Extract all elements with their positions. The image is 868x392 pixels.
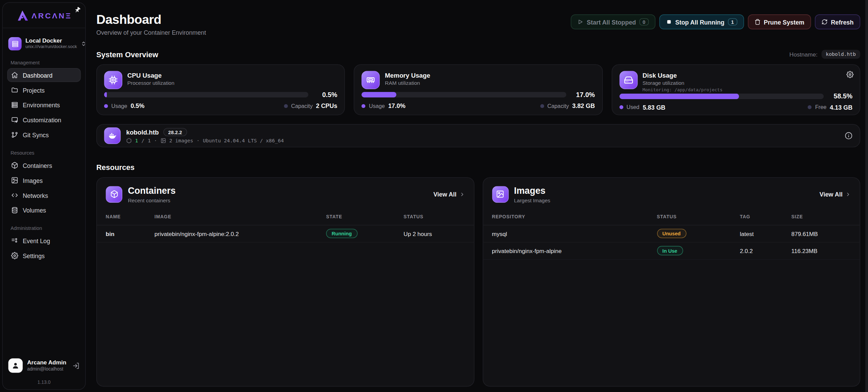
sidebar-item-label: Settings [23,252,45,259]
folder-icon [11,87,18,94]
sidebar-item-images[interactable]: Images [7,173,81,187]
containers-view-all-link[interactable]: View All [433,191,465,198]
sidebar-item-git-syncs[interactable]: Git Syncs [7,128,81,142]
sidebar-item-label: Event Log [23,237,50,244]
image-row[interactable]: mysql Unused latest 879.61MB [483,225,860,242]
cpu-usage-card: CPU Usage Processor utilization 0.5% Usa… [96,64,345,115]
image-tag: latest [740,230,791,237]
host-meta: 1 / 1 · 2 images · Ubuntu 24.04.4 LTS / … [126,138,284,143]
sidebar: ΛRCΛNΞ Local Docker unix:///var/run/dock… [2,2,86,390]
sidebar-item-projects[interactable]: Projects [7,83,81,97]
images-card: Images Largest Images View All Repositor… [482,177,860,387]
page-header: Dashboard Overview of your Container Env… [96,12,860,36]
host-name: kobold.htb [126,129,159,136]
image-size: 879.61MB [791,230,851,237]
stat-title: Memory Usage [385,72,430,80]
usage-dot [104,104,108,108]
memory-progress-bar [361,92,566,97]
image-row[interactable]: privatebin/nginx-fpm-alpine In Use 2.0.2… [483,242,860,260]
images-card-icon [492,186,509,203]
image-repository: mysql [492,230,657,237]
chevrons-up-down-icon [81,41,86,46]
memory-percent: 17.0% [572,91,595,99]
stop-icon [666,19,672,25]
sidebar-item-label: Dashboard [23,72,53,79]
image-tag: 2.0.2 [740,248,791,254]
info-icon[interactable] [845,132,853,140]
disk-usage-card: Disk Usage Storage utilization Monitorin… [611,64,860,115]
chevron-right-icon [845,192,851,197]
sidebar-item-event-log[interactable]: Event Log [7,234,81,248]
container-count-icon [126,138,132,143]
containers-card-subtitle: Recent containers [128,197,176,203]
usage-dot [361,104,365,108]
app-viewport: ΛRCΛNΞ Local Docker unix:///var/run/dock… [0,0,868,392]
avatar [8,358,22,373]
cpu-icon [104,71,123,89]
stat-title: Disk Usage [643,72,723,80]
images-view-all-link[interactable]: View All [820,191,851,198]
refresh-icon [821,19,827,25]
container-status: Up 2 hours [404,230,465,237]
image-count-icon [160,138,166,143]
nav-section-management: Management [11,60,81,65]
main-content: Dashboard Overview of your Container Env… [96,0,860,392]
container-name: bin [106,230,155,237]
cpu-progress-bar [104,92,309,97]
brand-wordmark: ΛRCΛNΞ [32,11,72,20]
hostname-label: Hostname: [789,51,818,58]
stopped-count-badge: 0 [639,18,649,26]
resources-heading: Resources [96,163,860,172]
disk-monitoring-path: Monitoring: /app/data/projects [643,88,723,93]
sidebar-item-label: Images [23,177,43,184]
arcane-logo-icon [16,9,28,21]
docker-environment-icon [8,37,21,50]
sidebar-item-networks[interactable]: Networks [7,188,81,202]
nav-section-administration: Administration [11,225,81,231]
capacity-dot [540,104,544,108]
sidebar-item-label: Git Syncs [23,131,49,138]
sidebar-item-customization[interactable]: Customization [7,113,81,127]
play-icon [577,19,583,25]
network-icon [11,192,18,199]
free-dot [808,105,811,109]
disk-progress-bar [619,93,824,99]
logout-icon[interactable] [73,362,80,369]
refresh-button[interactable]: Refresh [815,14,860,29]
container-row[interactable]: bin privatebin/nginx-fpm-alpine:2.0.2 Ru… [97,225,474,242]
system-overview-heading: System Overview [96,50,158,58]
status-badge: In Use [657,246,683,256]
hard-drive-icon [619,71,638,89]
prune-system-button[interactable]: Prune System [748,14,811,29]
sidebar-item-label: Containers [23,162,52,169]
sidebar-item-settings[interactable]: Settings [7,249,81,263]
start-all-stopped-button[interactable]: Start All Stopped 0 [571,14,656,29]
sidebar-item-label: Volumes [23,207,46,214]
images-card-subtitle: Largest Images [514,197,550,203]
stat-subtitle: RAM utilization [385,80,430,87]
package-icon [11,162,18,169]
image-repository: privatebin/nginx-fpm-alpine [492,248,657,254]
sidebar-pin-icon[interactable] [73,5,82,15]
screen: ΛRCΛNΞ Local Docker unix:///var/run/dock… [0,0,868,392]
sidebar-item-volumes[interactable]: Volumes [7,203,81,217]
user-menu[interactable]: Arcane Admin admin@localhost [7,355,81,376]
sidebar-item-label: Environments [23,101,60,108]
scrollbar[interactable] [865,0,868,392]
stop-all-running-button[interactable]: Stop All Running 1 [659,14,744,29]
sidebar-item-containers[interactable]: Containers [7,158,81,172]
sidebar-item-environments[interactable]: Environments [7,98,81,112]
server-stack-icon [11,101,18,109]
disk-settings-gear-icon[interactable] [847,71,854,78]
stat-title: CPU Usage [127,72,174,80]
disk-percent: 58.5% [829,92,852,100]
sidebar-item-dashboard[interactable]: Dashboard [7,68,81,82]
sidebar-item-label: Customization [23,116,61,123]
images-table-header: Repository Status Tag Size [483,209,860,225]
status-badge: Unused [657,229,686,238]
containers-table-header: Name Image State Status [97,209,474,225]
header-actions: Start All Stopped 0 Stop All Running 1 P… [571,14,861,29]
environment-selector[interactable]: Local Docker unix:///var/run/docker.sock [7,35,81,52]
stats-grid: CPU Usage Processor utilization 0.5% Usa… [96,64,860,115]
image-icon [11,177,18,184]
